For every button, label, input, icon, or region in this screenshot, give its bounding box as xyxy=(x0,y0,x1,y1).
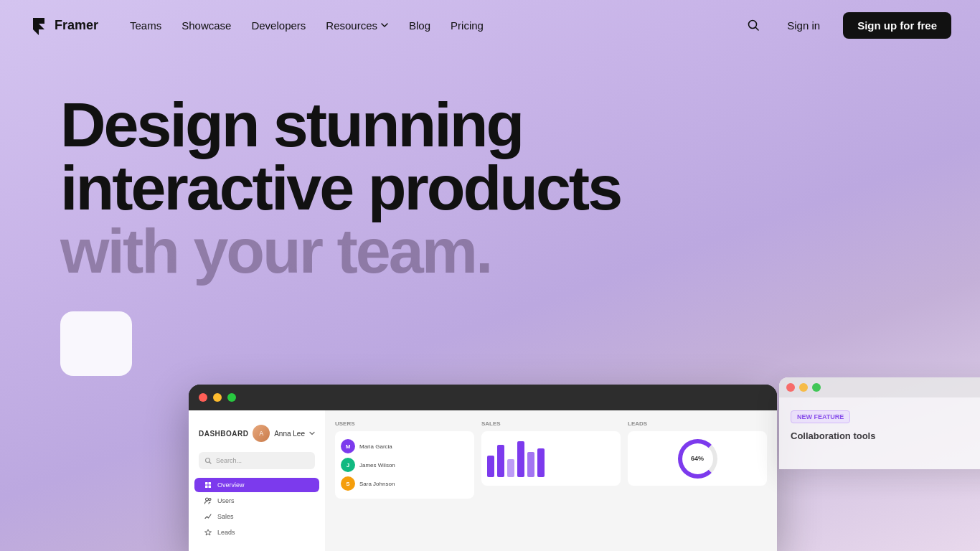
preview-right-topbar xyxy=(779,377,980,397)
dash-nav-overview-label: Overview xyxy=(217,481,245,489)
hero-headline: Design stunning interactive products wit… xyxy=(60,93,920,283)
dash-nav-sales-label: Sales xyxy=(217,513,234,520)
svg-point-6 xyxy=(206,498,209,501)
overview-icon xyxy=(204,481,212,489)
svg-point-0 xyxy=(749,21,757,29)
leads-card: 64% xyxy=(628,431,767,486)
hero-section: Design stunning interactive products wit… xyxy=(0,50,980,376)
dashboard-columns: Users M Maria Garcia J James Wilson xyxy=(335,420,767,499)
dashboard-search[interactable]: Search... xyxy=(199,452,315,469)
svg-rect-3 xyxy=(209,482,212,485)
sign-in-button[interactable]: Sign in xyxy=(776,14,831,37)
dashboard-sidebar: DASHBOARD A Anna Lee xyxy=(189,410,325,551)
user-row-2: J James Wilson xyxy=(341,456,468,474)
sales-col-header: Sales xyxy=(481,420,621,427)
user-avatar: A xyxy=(253,425,270,442)
search-icon-sm xyxy=(204,457,212,464)
dash-nav-users[interactable]: Users xyxy=(194,494,319,508)
dash-nav-sales[interactable]: Sales xyxy=(194,509,319,524)
dashboard-body: DASHBOARD A Anna Lee xyxy=(189,410,777,551)
leads-icon xyxy=(204,529,212,536)
window-dot-red xyxy=(199,393,207,402)
preview-dot-red xyxy=(786,383,795,392)
search-button[interactable] xyxy=(743,14,764,36)
users-card: M Maria Garcia J James Wilson S Sara Joh… xyxy=(335,431,474,499)
dash-nav-leads-label: Leads xyxy=(217,529,235,536)
nav-links: Teams Showcase Developers Resources Blog xyxy=(121,14,492,37)
nav-blog[interactable]: Blog xyxy=(400,14,439,37)
nav-left: Framer Teams Showcase Developers Resourc… xyxy=(29,14,492,37)
user-name-2: James Wilson xyxy=(359,462,395,468)
svg-rect-4 xyxy=(205,486,208,489)
user-avatar-2: J xyxy=(341,458,355,472)
user-avatar-3: S xyxy=(341,476,355,491)
user-name-3: Sara Johnson xyxy=(359,481,395,487)
dashboard-search-text: Search... xyxy=(216,457,242,464)
user-name: Anna Lee xyxy=(274,430,305,438)
navbar: Framer Teams Showcase Developers Resourc… xyxy=(0,0,980,50)
hero-title-muted: with your team. xyxy=(60,220,920,283)
user-row-3: S Sara Johnson xyxy=(341,474,468,493)
dashboard-title: DASHBOARD xyxy=(199,430,249,438)
user-name-1: Maria Garcia xyxy=(359,443,392,450)
svg-rect-5 xyxy=(209,486,212,489)
svg-point-7 xyxy=(209,499,211,501)
nav-user: A Anna Lee xyxy=(253,425,315,442)
nav-resources[interactable]: Resources xyxy=(317,14,397,37)
hero-title-line1: Design stunning interactive products xyxy=(60,93,634,220)
user-avatar-1: M xyxy=(341,439,355,453)
dash-nav-overview[interactable]: Overview xyxy=(194,478,319,492)
nav-pricing[interactable]: Pricing xyxy=(442,14,492,37)
dashboard-main: Users M Maria Garcia J James Wilson xyxy=(325,410,777,551)
preview-right: NEW FEATURE Collaboration tools xyxy=(779,377,980,469)
window-topbar xyxy=(189,385,777,410)
chevron-down-icon-sm xyxy=(309,430,315,436)
dashboard-users-column: Users M Maria Garcia J James Wilson xyxy=(335,420,474,499)
dash-nav-users-label: Users xyxy=(217,497,235,504)
search-icon xyxy=(747,19,760,32)
leads-col-header: Leads xyxy=(628,420,767,427)
dash-nav-leads[interactable]: Leads xyxy=(194,525,319,540)
window-dot-yellow xyxy=(213,393,222,402)
preview-dot-green xyxy=(812,383,821,392)
sales-card xyxy=(481,431,621,486)
sales-icon xyxy=(204,513,212,520)
preview-right-body: NEW FEATURE Collaboration tools xyxy=(779,397,980,469)
chevron-down-icon xyxy=(380,21,389,29)
users-icon xyxy=(204,497,212,504)
users-col-header: Users xyxy=(335,420,474,427)
preview-area: DASHBOARD A Anna Lee xyxy=(0,342,980,551)
nav-showcase[interactable]: Showcase xyxy=(173,14,240,37)
nav-teams[interactable]: Teams xyxy=(121,14,170,37)
framer-logo-icon xyxy=(29,15,49,35)
user-row-1: M Maria Garcia xyxy=(341,437,468,456)
dashboard-preview: DASHBOARD A Anna Lee xyxy=(189,385,777,551)
dashboard-leads-column: Leads 64% xyxy=(628,420,767,499)
signup-button[interactable]: Sign up for free xyxy=(843,12,951,39)
preview-feature-label: NEW FEATURE xyxy=(791,410,850,423)
logo-link[interactable]: Framer xyxy=(29,15,98,35)
preview-feature-title: Collaboration tools xyxy=(791,430,980,441)
dashboard-header-row: DASHBOARD A Anna Lee xyxy=(189,420,325,452)
nav-developers[interactable]: Developers xyxy=(242,14,314,37)
dashboard-sales-column: Sales xyxy=(481,420,621,499)
window-dot-green xyxy=(227,393,236,402)
preview-dot-yellow xyxy=(799,383,808,392)
brand-name: Framer xyxy=(55,18,98,33)
svg-rect-2 xyxy=(205,482,208,485)
nav-right: Sign in Sign up for free xyxy=(743,12,951,39)
